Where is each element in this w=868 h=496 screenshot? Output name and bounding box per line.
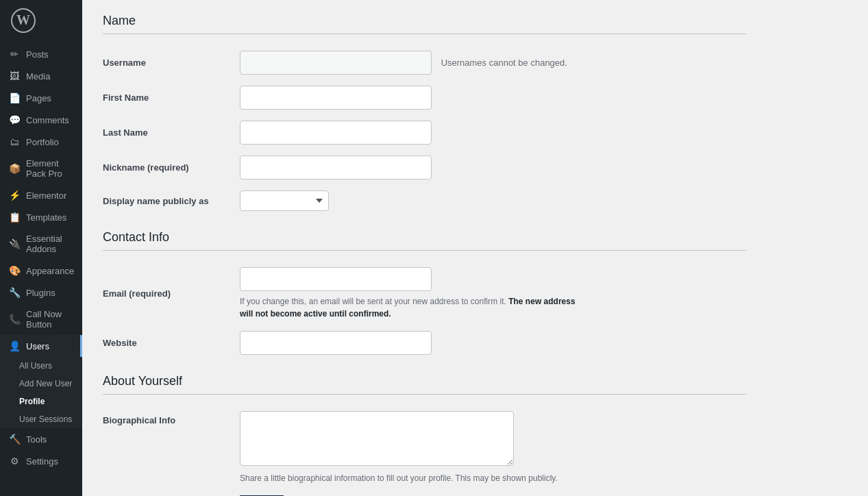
- sidebar-item-comments[interactable]: 💬 Comments: [0, 109, 82, 131]
- sidebar-item-call-now-button[interactable]: 📞 Call Now Button: [0, 303, 82, 335]
- nickname-cell: [240, 150, 747, 185]
- first-name-label: First Name: [103, 80, 240, 115]
- tools-icon: 🔨: [8, 434, 21, 445]
- element-pack-icon: 📦: [8, 163, 21, 174]
- sidebar-item-label: Pages: [26, 93, 51, 103]
- sidebar-sub-user-sessions[interactable]: User Sessions: [0, 410, 82, 428]
- last-name-label: Last Name: [103, 115, 240, 150]
- username-cell: Usernames cannot be changed.: [240, 45, 747, 80]
- posts-icon: ✏: [8, 49, 21, 60]
- sidebar-sub-profile[interactable]: Profile: [0, 393, 82, 410]
- sidebar-item-plugins[interactable]: 🔧 Plugins: [0, 282, 82, 303]
- sidebar-item-label: Element Pack Pro: [26, 158, 74, 179]
- portfolio-icon: 🗂: [8, 136, 21, 147]
- contact-info-heading: Contact Info: [103, 230, 747, 251]
- profile-picture-label: Profile Picture: [103, 490, 240, 496]
- sidebar-item-posts[interactable]: ✏ Posts: [0, 43, 82, 65]
- last-name-row: Last Name: [103, 115, 747, 150]
- sidebar-item-portfolio[interactable]: 🗂 Portfolio: [0, 131, 82, 153]
- display-name-select[interactable]: [240, 190, 329, 211]
- display-name-label: Display name publicly as: [103, 185, 240, 216]
- sidebar-item-users[interactable]: 👤 Users: [0, 335, 82, 357]
- nickname-row: Nickname (required): [103, 150, 747, 185]
- last-name-cell: [240, 115, 747, 150]
- bio-textarea[interactable]: [240, 411, 514, 466]
- sidebar-item-elementor[interactable]: ⚡ Elementor: [0, 184, 82, 206]
- sidebar-sub-add-new-user[interactable]: Add New User: [0, 375, 82, 393]
- users-icon: 👤: [8, 340, 21, 351]
- templates-icon: 📋: [8, 212, 21, 223]
- bio-label: Biographical Info: [103, 406, 240, 490]
- nickname-label: Nickname (required): [103, 150, 240, 185]
- sidebar-item-label: Comments: [26, 115, 69, 125]
- sidebar-item-pages[interactable]: 📄 Pages: [0, 87, 82, 109]
- nickname-input[interactable]: [240, 156, 432, 179]
- essential-addons-icon: 🔌: [8, 238, 21, 249]
- sidebar-item-label: Elementor: [26, 190, 66, 201]
- username-note: Usernames cannot be changed.: [441, 58, 567, 68]
- bio-note: Share a little biographical information …: [240, 472, 582, 484]
- sidebar-item-templates[interactable]: 📋 Templates: [0, 206, 82, 228]
- website-row: Website: [103, 325, 747, 360]
- sidebar-item-label: Appearance: [26, 266, 74, 276]
- username-row: Username Usernames cannot be changed.: [103, 45, 747, 80]
- first-name-cell: [240, 80, 747, 115]
- wordpress-logo: W: [0, 0, 82, 43]
- sidebar-item-label: Posts: [26, 49, 49, 60]
- main-content: Name Username Usernames cannot be change…: [82, 0, 868, 496]
- sidebar-item-label: Templates: [26, 212, 66, 223]
- email-note-text: If you change this, an email will be sen…: [240, 297, 506, 306]
- last-name-input[interactable]: [240, 121, 432, 145]
- sidebar-item-label: Plugins: [26, 288, 55, 298]
- profile-content: Name Username Usernames cannot be change…: [82, 0, 767, 496]
- website-input[interactable]: [240, 331, 432, 355]
- pages-icon: 📄: [8, 92, 21, 103]
- sidebar-sub-all-users[interactable]: All Users: [0, 357, 82, 375]
- sidebar-item-label: Users: [26, 341, 49, 351]
- sidebar-item-label: Settings: [26, 456, 58, 467]
- sidebar-item-label: Essential Addons: [26, 234, 74, 254]
- contact-info-form-table: Email (required) If you change this, an …: [103, 262, 747, 360]
- media-icon: 🖼: [8, 71, 21, 82]
- website-label: Website: [103, 325, 240, 360]
- display-name-cell: [240, 185, 747, 216]
- sidebar-item-label: Portfolio: [26, 137, 59, 147]
- name-section-heading: Name: [103, 14, 747, 34]
- sidebar-item-appearance[interactable]: 🎨 Appearance: [0, 260, 82, 282]
- username-label: Username: [103, 45, 240, 80]
- sidebar-item-label: Call Now Button: [26, 309, 74, 330]
- display-name-row: Display name publicly as: [103, 185, 747, 216]
- sidebar-item-element-pack-pro[interactable]: 📦 Element Pack Pro: [0, 153, 82, 184]
- sidebar-item-tools[interactable]: 🔨 Tools: [0, 428, 82, 450]
- sidebar-item-essential-addons[interactable]: 🔌 Essential Addons: [0, 228, 82, 260]
- sidebar-item-settings[interactable]: ⚙ Settings: [0, 450, 82, 472]
- about-yourself-heading: About Yourself: [103, 374, 747, 395]
- elementor-icon: ⚡: [8, 190, 21, 201]
- website-cell: [240, 325, 747, 360]
- profile-picture-cell: You can change your profile picture on G…: [240, 490, 747, 496]
- email-label: Email (required): [103, 262, 240, 325]
- sidebar-item-media[interactable]: 🖼 Media: [0, 65, 82, 87]
- email-note: If you change this, an email will be sen…: [240, 295, 582, 320]
- about-yourself-form-table: Biographical Info Share a little biograp…: [103, 406, 747, 496]
- bio-cell: Share a little biographical information …: [240, 406, 747, 490]
- email-cell: If you change this, an email will be sen…: [240, 262, 747, 325]
- bio-row: Biographical Info Share a little biograp…: [103, 406, 747, 490]
- first-name-row: First Name: [103, 80, 747, 115]
- svg-text:W: W: [16, 12, 30, 27]
- active-indicator: [80, 335, 82, 357]
- sidebar: W ✏ Posts 🖼 Media 📄 Pages 💬 Comments 🗂 P…: [0, 0, 82, 496]
- settings-icon: ⚙: [8, 456, 21, 467]
- email-input[interactable]: [240, 267, 432, 291]
- plugins-icon: 🔧: [8, 287, 21, 298]
- appearance-icon: 🎨: [8, 265, 21, 276]
- username-input[interactable]: [240, 51, 432, 75]
- profile-picture-row: Profile Picture You can change your prof…: [103, 490, 747, 496]
- users-submenu: All Users Add New User Profile User Sess…: [0, 357, 82, 428]
- call-now-button-icon: 📞: [8, 314, 21, 325]
- comments-icon: 💬: [8, 114, 21, 125]
- first-name-input[interactable]: [240, 86, 432, 110]
- sidebar-item-label: Media: [26, 71, 50, 82]
- email-row: Email (required) If you change this, an …: [103, 262, 747, 325]
- name-form-table: Username Usernames cannot be changed. Fi…: [103, 45, 747, 216]
